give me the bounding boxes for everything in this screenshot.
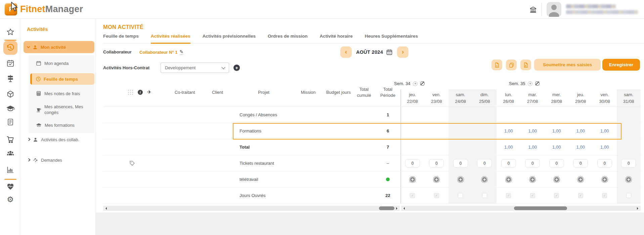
collaborateur-value[interactable]: Collaborateur N° 1 ✎ xyxy=(139,49,183,55)
day-value[interactable]: 1,00 xyxy=(576,145,585,150)
add-hors-contrat-button[interactable]: + xyxy=(233,65,240,71)
day-input[interactable] xyxy=(453,159,468,167)
day-input[interactable] xyxy=(573,159,588,167)
sidebar-item-activites-collab[interactable]: Activités des collab. xyxy=(28,137,79,142)
next-month-button[interactable]: › xyxy=(397,46,409,58)
document-icon[interactable] xyxy=(7,118,14,126)
tab-ordres-de-mission[interactable]: Ordres de mission xyxy=(268,34,308,43)
day-checkbox[interactable] xyxy=(458,193,463,198)
day-checkbox[interactable]: ✓ xyxy=(602,193,607,198)
day-input[interactable] xyxy=(429,159,444,167)
add-entry-button[interactable]: + xyxy=(602,177,608,183)
day-input[interactable] xyxy=(597,159,612,167)
day-value[interactable]: 1,00 xyxy=(552,145,561,150)
day-value[interactable]: 1,00 xyxy=(528,145,537,150)
calendar-picker-icon[interactable] xyxy=(386,49,393,55)
tab-feuille-de-temps[interactable]: Feuille de temps xyxy=(103,34,139,43)
day-checkbox[interactable]: ✓ xyxy=(578,193,583,198)
day-input[interactable] xyxy=(549,159,564,167)
graduation-cap-icon xyxy=(36,122,42,128)
sidebar-item-notes-de-frais[interactable]: Mes notes de frais xyxy=(36,91,80,96)
day-input[interactable] xyxy=(525,159,540,167)
add-entry-button[interactable]: + xyxy=(506,177,512,183)
day-checkbox[interactable]: ✓ xyxy=(434,193,439,198)
day-value[interactable]: 1,00 xyxy=(600,145,609,150)
week-block-icon[interactable] xyxy=(535,81,540,86)
health-heart-icon[interactable] xyxy=(6,183,14,191)
drag-grid-icon[interactable] xyxy=(128,90,133,95)
day-checkbox[interactable]: ✓ xyxy=(506,193,511,198)
add-entry-button[interactable]: + xyxy=(410,177,416,183)
day-value[interactable]: 1,00 xyxy=(576,128,585,133)
signpost-icon[interactable] xyxy=(6,74,14,82)
copy-button[interactable] xyxy=(506,60,517,70)
tab-activit-s-r-alis-es[interactable]: Activités réalisées xyxy=(151,34,190,44)
week-block-icon[interactable] xyxy=(420,81,425,86)
add-entry-button[interactable]: + xyxy=(529,177,535,183)
export-excel-button[interactable] xyxy=(520,60,531,70)
day-checkbox[interactable]: ✓ xyxy=(410,193,415,198)
bar-chart-icon[interactable] xyxy=(6,166,14,174)
gear-icon[interactable]: ⚙ xyxy=(7,196,14,203)
sidebar-item-demandes[interactable]: Demandes xyxy=(28,158,62,163)
tag-icon[interactable] xyxy=(129,160,135,166)
day-checkbox[interactable] xyxy=(482,193,487,198)
scroll-left-arrow-icon[interactable] xyxy=(402,207,405,210)
scrollbar-thumb[interactable] xyxy=(379,206,394,210)
favorites-star-icon[interactable] xyxy=(6,28,14,36)
add-entry-button[interactable]: + xyxy=(433,177,439,183)
plane-icon[interactable]: ✈ xyxy=(147,89,152,95)
submit-entries-button[interactable]: Soumettre mes saisies xyxy=(534,59,601,71)
tab-activit-s-pr-visionnelles[interactable]: Activités prévisionnelles xyxy=(203,34,256,43)
add-entry-button[interactable]: + xyxy=(458,177,464,183)
shopping-cart-icon[interactable] xyxy=(6,135,14,144)
tab-heures-suppl-mentaires[interactable]: Heures Supplémentaires xyxy=(365,34,418,43)
day-value[interactable]: 1,00 xyxy=(504,128,513,133)
sidebar-item-mon-agenda[interactable]: Mon agenda xyxy=(36,61,69,66)
activities-history-icon[interactable] xyxy=(3,41,17,55)
day-value[interactable]: 1,00 xyxy=(504,145,513,150)
hors-contrat-select[interactable]: Developpement xyxy=(161,63,229,73)
previous-month-button[interactable]: ‹ xyxy=(340,46,352,58)
day-value[interactable]: 1,00 xyxy=(528,128,537,133)
day-checkbox[interactable]: ✓ xyxy=(530,193,535,198)
week-target-icon[interactable] xyxy=(528,81,532,86)
scroll-left-arrow-icon[interactable] xyxy=(104,207,107,210)
day-input[interactable] xyxy=(501,159,516,167)
day-checkbox[interactable] xyxy=(626,193,631,198)
package-box-icon[interactable] xyxy=(6,90,14,98)
calendar-check-icon[interactable] xyxy=(6,59,14,67)
sidebar-item-absences[interactable]: Mes absences, Mes congés xyxy=(36,104,95,116)
add-entry-button[interactable]: + xyxy=(577,177,584,183)
user-avatar[interactable] xyxy=(547,2,561,17)
week-header-34: Sem. 34 xyxy=(394,81,425,86)
day-value[interactable]: 1,00 xyxy=(552,128,561,133)
table-row: télétravail++++++++++ xyxy=(103,171,641,188)
graduation-cap-icon[interactable] xyxy=(6,104,15,113)
horizontal-scrollbar-right[interactable] xyxy=(401,206,641,211)
add-entry-button[interactable]: + xyxy=(481,177,487,183)
day-checkbox[interactable]: ✓ xyxy=(554,193,559,198)
day-input[interactable] xyxy=(477,159,492,167)
day-input[interactable] xyxy=(405,159,420,167)
sidebar-item-formations[interactable]: Mes formations xyxy=(36,122,75,128)
scrollbar-thumb[interactable] xyxy=(514,206,567,210)
sidebar-item-label: Mes notes de frais xyxy=(44,91,80,96)
sidebar-item-mon-activite[interactable]: Mon activité xyxy=(24,41,94,53)
scroll-right-arrow-icon[interactable] xyxy=(396,207,399,210)
save-button[interactable]: Enregistrer xyxy=(602,59,640,71)
export-pdf-button[interactable] xyxy=(491,60,502,70)
organization-icon[interactable] xyxy=(529,6,537,13)
day-input[interactable] xyxy=(621,159,636,167)
people-group-icon[interactable] xyxy=(6,150,15,158)
sidebar-item-feuille-de-temps[interactable]: Feuille de temps xyxy=(30,73,94,85)
pencil-edit-icon[interactable]: ✎ xyxy=(180,49,184,55)
week-target-icon[interactable] xyxy=(413,81,418,86)
day-value[interactable]: 1,00 xyxy=(600,128,609,133)
add-entry-button[interactable]: + xyxy=(626,177,632,183)
tab-activit-horaire[interactable]: Activité horaire xyxy=(320,34,353,43)
scroll-right-arrow-icon[interactable] xyxy=(637,207,640,210)
add-entry-button[interactable]: + xyxy=(554,177,560,183)
horizontal-scrollbar-left[interactable] xyxy=(103,206,400,211)
info-icon[interactable]: i xyxy=(138,90,143,95)
